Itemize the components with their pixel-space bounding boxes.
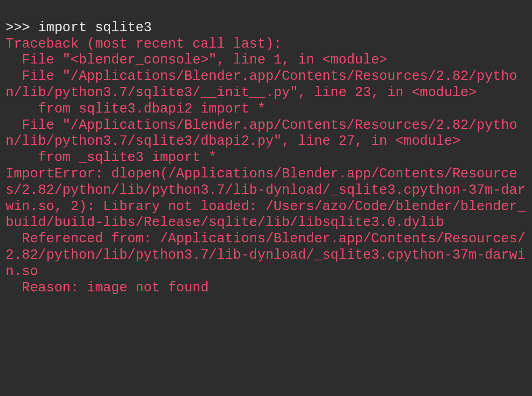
python-console-output[interactable]: >>> import sqlite3 Traceback (most recen… xyxy=(6,4,526,296)
console-input-line: >>> import sqlite3 xyxy=(6,20,152,35)
console-traceback: Traceback (most recent call last): File … xyxy=(6,36,525,296)
